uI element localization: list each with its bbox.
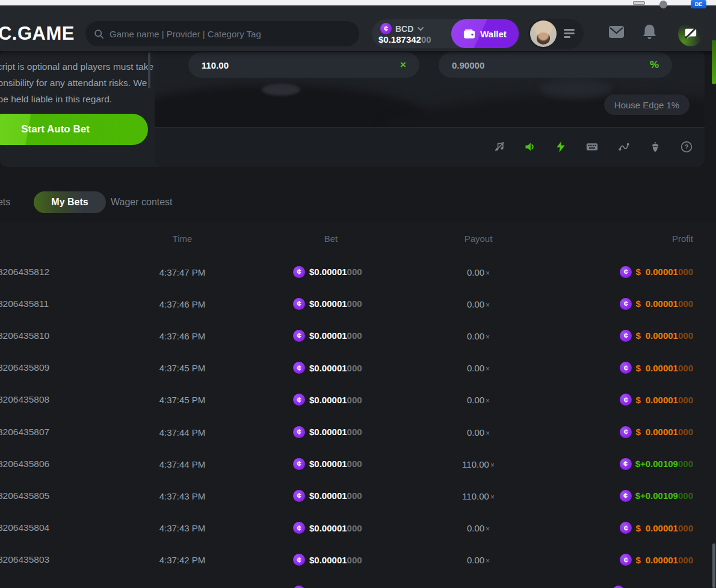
- table-scrollbar-thumb[interactable]: [712, 543, 715, 588]
- profit-amount: ¢ $0.00001000: [620, 522, 693, 534]
- start-auto-bet-button[interactable]: Start Auto Bet: [0, 114, 148, 145]
- table-row[interactable]: 8206435809 4:37:45 PM ¢ $0.00001000 0.00…: [0, 352, 716, 384]
- hotkeys-keyboard-icon[interactable]: [586, 141, 598, 153]
- site-logo[interactable]: BC.GAME: [0, 23, 75, 45]
- profit-sign: $: [635, 395, 645, 405]
- percent-suffix-icon: %: [650, 59, 659, 71]
- table-row[interactable]: 8206435806 4:37:44 PM ¢ $0.00001000 110.…: [0, 448, 716, 480]
- avatar[interactable]: [530, 20, 557, 47]
- bet-id: 8206435809: [0, 362, 49, 373]
- trends-icon[interactable]: [618, 141, 630, 153]
- table-row[interactable]: 8206435808 4:37:45 PM ¢ $0.00001000 0.00…: [0, 384, 716, 416]
- bet-amount: ¢ $0.00001000: [293, 362, 362, 374]
- wallet-button[interactable]: Wallet: [451, 19, 519, 48]
- bcd-coin-icon: ¢: [293, 458, 305, 470]
- account-menu-icon[interactable]: [564, 29, 575, 40]
- bet-amount: ¢ $0.00001000: [293, 522, 362, 534]
- bet-id: 8206435803: [0, 554, 49, 565]
- user-menu[interactable]: [528, 19, 584, 49]
- table-header-row: Time Bet Payout Profit: [0, 234, 716, 248]
- page-scrollbar-thumb[interactable]: [712, 40, 716, 84]
- table-row[interactable]: 8206435811 4:37:46 PM ¢ $0.00001000 0.00…: [0, 288, 716, 320]
- search-input[interactable]: [110, 29, 351, 39]
- bcd-coin-icon: ¢: [293, 490, 305, 502]
- table-row[interactable]: 8206435804 4:37:43 PM ¢ $0.00001000 0.00…: [0, 512, 716, 544]
- bcd-coin-icon: ¢: [293, 426, 305, 438]
- profit-sign: $: [635, 330, 645, 341]
- column-header-payout: Payout: [433, 234, 523, 244]
- help-icon[interactable]: ?: [681, 141, 693, 153]
- bet-amount: ¢: [293, 586, 309, 588]
- profit-amount: ¢ $0.00001000: [620, 330, 693, 342]
- profit-amount: ¢ $0.00001000: [620, 266, 693, 278]
- profit-amount: ¢ $+0.00109000: [620, 458, 693, 470]
- table-row[interactable]: ¢ ¢: [0, 576, 716, 588]
- payout-multiplier: 110.00×: [433, 459, 523, 469]
- bet-id: 8206435805: [0, 491, 49, 501]
- payout-input[interactable]: [202, 60, 400, 70]
- column-header-time: Time: [149, 234, 215, 244]
- bet-time: 4:37:46 PM: [149, 299, 215, 309]
- bets-table-body: 8206435812 4:37:47 PM ¢ $0.00001000 0.00…: [0, 256, 716, 588]
- profit-amount: ¢ $0.00001000: [620, 554, 693, 566]
- tab-wager-contest[interactable]: Wager contest: [111, 191, 173, 213]
- bet-amount: ¢ $0.00001000: [293, 266, 362, 278]
- seed-icon[interactable]: [649, 141, 661, 153]
- browser-extension-badge[interactable]: DE: [691, 0, 706, 8]
- bets-tabs: All Bets My Bets Wager contest: [0, 191, 716, 213]
- bet-amount: ¢ $0.00001000: [293, 298, 362, 310]
- sound-on-icon[interactable]: [524, 141, 536, 153]
- sidebar-scrollbar-thumb[interactable]: [148, 52, 150, 88]
- chat-toggle-button[interactable]: [678, 21, 703, 46]
- browser-partial-icon: [633, 1, 645, 5]
- win-chance-input-field[interactable]: %: [439, 52, 672, 78]
- table-row[interactable]: 8206435812 4:37:47 PM ¢ $0.00001000 0.00…: [0, 256, 716, 288]
- bet-time: 4:37:42 PM: [149, 555, 215, 565]
- multiplier-x: ×: [486, 300, 490, 309]
- wallet-balance: $0.18734200: [378, 34, 431, 45]
- bet-amount: ¢ $0.00001000: [293, 426, 362, 438]
- bet-id: 8206435812: [0, 267, 49, 277]
- bcd-coin-icon: ¢: [620, 522, 632, 534]
- bcd-coin-icon: ¢: [620, 490, 632, 502]
- payout-multiplier: 0.00×: [433, 427, 523, 437]
- bet-id: 8206435807: [0, 427, 49, 438]
- bcd-coin-icon: ¢: [620, 458, 632, 470]
- table-row[interactable]: 8206435810 4:37:46 PM ¢ $0.00001000 0.00…: [0, 320, 716, 351]
- table-row[interactable]: 8206435805 4:37:43 PM ¢ $0.00001000 110.…: [0, 480, 716, 512]
- bcd-coin-icon: ¢: [620, 426, 632, 438]
- house-edge-badge: House Edge 1%: [604, 94, 690, 115]
- bcd-coin-icon: ¢: [293, 522, 305, 534]
- payout-input-field[interactable]: ×: [188, 52, 419, 78]
- bet-amount: ¢ $0.00001000: [293, 394, 362, 406]
- bcd-coin-icon: ¢: [293, 298, 305, 310]
- profit-amount: ¢ $0.00001000: [620, 362, 693, 374]
- win-chance-input[interactable]: [452, 60, 650, 70]
- bcd-coin-icon: ¢: [293, 554, 305, 566]
- tab-my-bets[interactable]: My Bets: [34, 191, 106, 213]
- bell-icon[interactable]: [643, 24, 656, 40]
- turbo-bolt-icon[interactable]: [555, 141, 567, 153]
- wallet-icon: [463, 29, 475, 39]
- profit-amount: ¢ $+0.00109000: [620, 490, 693, 502]
- profit-amount: ¢: [613, 586, 693, 588]
- table-row[interactable]: 8206435807 4:37:44 PM ¢ $0.00001000 0.00…: [0, 416, 716, 448]
- music-off-icon[interactable]: [493, 141, 505, 153]
- payout-multiplier: 0.00×: [433, 363, 523, 373]
- tab-all-bets[interactable]: All Bets: [0, 191, 10, 213]
- bet-id: 8206435811: [0, 299, 49, 309]
- profit-amount: ¢ $0.00001000: [620, 298, 693, 310]
- payout-multiplier: 0.00×: [433, 555, 523, 565]
- profit-sign: $: [635, 427, 645, 437]
- bet-amount: ¢ $0.00001000: [293, 490, 362, 502]
- chevron-down-icon[interactable]: [417, 26, 424, 31]
- bet-time: 4:37:47 PM: [149, 267, 215, 277]
- top-navbar: BC.GAME ¢ BCD $0.18734200 Wallet: [0, 5, 716, 51]
- background-art: [540, 79, 612, 98]
- game-search-bar[interactable]: [85, 21, 359, 46]
- bet-id: 8206435808: [0, 394, 49, 405]
- browser-partial-icon: [659, 1, 667, 8]
- bet-time: 4:37:44 PM: [149, 459, 215, 469]
- mail-icon[interactable]: [608, 25, 625, 39]
- table-row[interactable]: 8206435803 4:37:42 PM ¢ $0.00001000 0.00…: [0, 544, 716, 576]
